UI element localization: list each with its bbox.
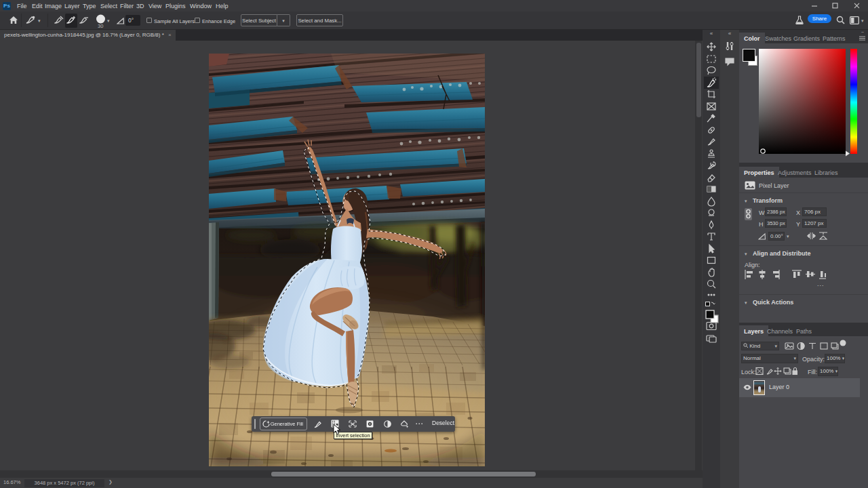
svg-text:«: « bbox=[710, 30, 713, 37]
svg-text:«: « bbox=[728, 30, 732, 37]
